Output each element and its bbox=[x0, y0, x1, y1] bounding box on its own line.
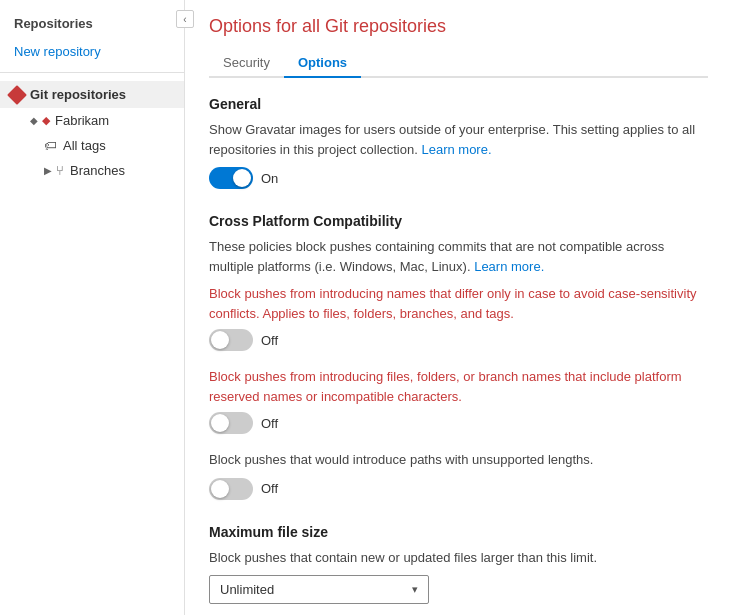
max-file-size-desc: Block pushes that contain new or updated… bbox=[209, 548, 708, 568]
gravatar-toggle-track[interactable] bbox=[209, 167, 253, 189]
tab-security[interactable]: Security bbox=[209, 49, 284, 78]
tag-icon: 🏷 bbox=[44, 138, 57, 153]
gravatar-toggle[interactable] bbox=[209, 167, 253, 189]
sidebar-divider bbox=[0, 72, 184, 73]
reserved-names-toggle-thumb bbox=[211, 414, 229, 432]
case-sensitivity-toggle-thumb bbox=[211, 331, 229, 349]
file-size-select-row: Unlimited ▾ bbox=[209, 575, 708, 604]
case-sensitivity-toggle[interactable] bbox=[209, 329, 253, 351]
sidebar: ‹ Repositories New repository Git reposi… bbox=[0, 0, 185, 615]
sidebar-item-all-tags[interactable]: 🏷 All tags bbox=[0, 133, 184, 158]
sidebar-item-fabrikam[interactable]: ◆ ◆ Fabrikam bbox=[0, 108, 184, 133]
path-length-toggle[interactable] bbox=[209, 478, 253, 500]
general-description: Show Gravatar images for users outside o… bbox=[209, 120, 708, 159]
max-file-size-title: Maximum file size bbox=[209, 524, 708, 540]
case-sensitivity-toggle-row: Off bbox=[209, 329, 708, 351]
reserved-names-toggle[interactable] bbox=[209, 412, 253, 434]
general-section: General Show Gravatar images for users o… bbox=[209, 96, 708, 189]
gravatar-toggle-row: On bbox=[209, 167, 708, 189]
gravatar-toggle-label: On bbox=[261, 171, 278, 186]
fabrikam-label: Fabrikam bbox=[55, 113, 109, 128]
path-length-toggle-thumb bbox=[211, 480, 229, 498]
page-title: Options for all Git repositories bbox=[209, 16, 708, 37]
branch-icon: ⑂ bbox=[56, 163, 64, 178]
case-sensitivity-toggle-track[interactable] bbox=[209, 329, 253, 351]
branches-expand-icon: ▶ bbox=[44, 165, 52, 176]
policy-path-length-text: Block pushes that would introduce paths … bbox=[209, 450, 708, 470]
chevron-down-icon: ▾ bbox=[412, 583, 418, 596]
path-length-toggle-row: Off bbox=[209, 478, 708, 500]
cross-platform-learn-more-link[interactable]: Learn more. bbox=[474, 259, 544, 274]
policy-path-length: Block pushes that would introduce paths … bbox=[209, 450, 708, 500]
reserved-names-toggle-label: Off bbox=[261, 416, 278, 431]
file-size-dropdown-value: Unlimited bbox=[220, 582, 274, 597]
sidebar-item-label: Git repositories bbox=[30, 87, 126, 102]
reserved-names-toggle-track[interactable] bbox=[209, 412, 253, 434]
file-size-dropdown[interactable]: Unlimited ▾ bbox=[209, 575, 429, 604]
cross-platform-title: Cross Platform Compatibility bbox=[209, 213, 708, 229]
policy-reserved-names: Block pushes from introducing files, fol… bbox=[209, 367, 708, 434]
sidebar-collapse-button[interactable]: ‹ bbox=[176, 10, 194, 28]
tabs-bar: Security Options bbox=[209, 49, 708, 78]
max-file-size-section: Maximum file size Block pushes that cont… bbox=[209, 524, 708, 605]
diamond-small-icon: ◆ bbox=[42, 114, 50, 127]
reserved-names-toggle-row: Off bbox=[209, 412, 708, 434]
path-length-toggle-label: Off bbox=[261, 481, 278, 496]
all-tags-label: All tags bbox=[63, 138, 106, 153]
new-repository-link[interactable]: New repository bbox=[0, 39, 184, 64]
sidebar-item-git-repositories[interactable]: Git repositories bbox=[0, 81, 184, 108]
diamond-icon bbox=[10, 88, 24, 102]
branches-label: Branches bbox=[70, 163, 125, 178]
expand-arrow-icon: ◆ bbox=[30, 115, 38, 126]
cross-platform-section: Cross Platform Compatibility These polic… bbox=[209, 213, 708, 500]
tab-options[interactable]: Options bbox=[284, 49, 361, 78]
sidebar-item-branches[interactable]: ▶ ⑂ Branches bbox=[0, 158, 184, 183]
policy-reserved-names-text: Block pushes from introducing files, fol… bbox=[209, 367, 708, 406]
gravatar-toggle-thumb bbox=[233, 169, 251, 187]
cross-platform-description: These policies block pushes containing c… bbox=[209, 237, 708, 276]
collapse-icon: ‹ bbox=[183, 14, 186, 25]
policy-case-sensitivity: Block pushes from introducing names that… bbox=[209, 284, 708, 351]
policy-case-sensitivity-text: Block pushes from introducing names that… bbox=[209, 284, 708, 323]
general-title: General bbox=[209, 96, 708, 112]
sidebar-section-title: Repositories bbox=[0, 12, 184, 39]
general-learn-more-link[interactable]: Learn more. bbox=[421, 142, 491, 157]
case-sensitivity-toggle-label: Off bbox=[261, 333, 278, 348]
main-content: Options for all Git repositories Securit… bbox=[185, 0, 732, 615]
path-length-toggle-track[interactable] bbox=[209, 478, 253, 500]
